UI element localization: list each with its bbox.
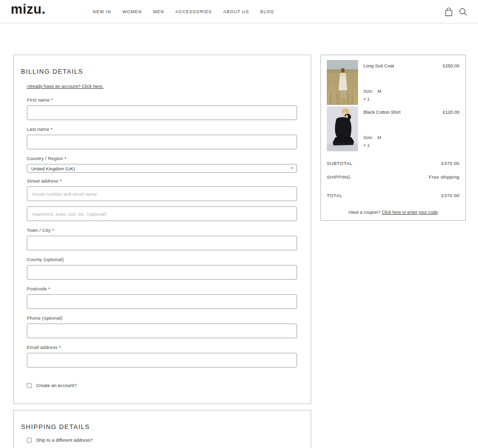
email-label: Email address * — [27, 345, 297, 350]
subtotal-value: £370.00 — [441, 161, 459, 166]
first-name-input[interactable] — [27, 105, 297, 120]
postcode-row: Postcode * — [27, 286, 297, 309]
phone-label: Phone (optional) — [27, 315, 297, 321]
postcode-input[interactable] — [27, 294, 297, 309]
product-image-long-suit-coat — [327, 60, 358, 105]
product-name: Long Suit Coat — [363, 63, 394, 68]
create-account-checkbox[interactable] — [27, 383, 32, 388]
phone-row: Phone (optional) — [27, 315, 297, 338]
ship-different-address-row[interactable]: Ship to a different address? — [27, 437, 297, 443]
town-city-label: Town / City * — [27, 227, 297, 233]
coupon-line: Have a coupon? Click here to enter your … — [327, 210, 459, 215]
county-input[interactable] — [27, 265, 297, 280]
shipping-row: SHIPPING Free shipping — [327, 174, 459, 180]
header-icons — [445, 0, 467, 23]
nav-item-accessories[interactable]: ACCESSORIES — [176, 9, 212, 14]
email-input[interactable] — [27, 353, 297, 367]
first-name-row: First name * — [27, 97, 297, 120]
order-summary-panel: Long Suit Coat £250.00 Size:M × 1 Black … — [320, 55, 466, 221]
chevron-down-icon: ▾ — [291, 166, 293, 170]
total-row: TOTAL £370.00 — [327, 193, 459, 198]
last-name-input[interactable] — [27, 135, 297, 149]
product-name: Black Cotton Shirt — [363, 109, 400, 115]
street-address2-row — [27, 206, 297, 221]
subtotal-row: SUBTOTAL £370.00 — [327, 161, 459, 166]
nav-item-blog[interactable]: BLOG — [260, 9, 275, 14]
total-label: TOTAL — [327, 193, 342, 198]
postcode-label: Postcode * — [27, 286, 297, 291]
country-label: Country / Region * — [27, 156, 297, 161]
ship-different-address-checkbox[interactable] — [27, 438, 32, 443]
nav-item-about-us[interactable]: ABOUT US — [223, 9, 249, 14]
product-size: Size:M — [363, 135, 459, 140]
product-size: Size:M — [363, 89, 459, 94]
shipping-title: SHIPPING DETAILS — [21, 423, 297, 430]
last-name-row: Last name * — [27, 126, 297, 149]
coupon-link[interactable]: Click here to enter your code — [382, 210, 438, 215]
billing-title: BILLING DETAILS — [21, 68, 297, 75]
total-value: £370.00 — [441, 193, 459, 198]
product-info: Black Cotton Shirt £120.00 Size:M × 1 — [363, 106, 459, 151]
street-address-input[interactable] — [27, 186, 297, 201]
coupon-prompt: Have a coupon? — [348, 210, 381, 215]
product-quantity: × 1 — [363, 143, 459, 148]
order-totals: SUBTOTAL £370.00 SHIPPING Free shipping … — [327, 161, 459, 198]
town-city-row: Town / City * — [27, 227, 297, 250]
product-info: Long Suit Coat £250.00 Size:M × 1 — [363, 60, 459, 105]
order-item: Long Suit Coat £250.00 Size:M × 1 — [327, 60, 459, 105]
order-item: Black Cotton Shirt £120.00 Size:M × 1 — [327, 106, 459, 151]
nav-item-new-in[interactable]: NEW IN — [93, 9, 111, 14]
login-toggle-link[interactable]: Already have an account? Click here. — [27, 83, 103, 89]
country-select[interactable]: United Kingdom (UK) ▾ — [27, 164, 297, 173]
search-icon[interactable] — [459, 8, 467, 16]
last-name-label: Last name * — [27, 126, 297, 132]
street-address2-input[interactable] — [27, 206, 297, 221]
shipping-label: SHIPPING — [327, 174, 351, 180]
product-price: £250.00 — [443, 63, 459, 68]
nav-item-women[interactable]: WOMEN — [122, 9, 142, 14]
street-address-row: Street address * — [27, 178, 297, 201]
shopping-bag-icon[interactable] — [445, 7, 453, 17]
site-header: mizu. NEW IN WOMEN MEN ACCESSORIES ABOUT… — [0, 0, 478, 23]
shipping-value: Free shipping — [429, 174, 459, 180]
email-row: Email address * — [27, 345, 297, 367]
create-account-row[interactable]: Create an account? — [27, 383, 297, 388]
create-account-label: Create an account? — [36, 383, 77, 388]
subtotal-label: SUBTOTAL — [327, 161, 352, 166]
first-name-label: First name * — [27, 97, 297, 102]
nav-item-men[interactable]: MEN — [153, 9, 164, 14]
main-nav: NEW IN WOMEN MEN ACCESSORIES ABOUT US BL… — [93, 0, 274, 23]
street-address-label: Street address * — [27, 178, 297, 183]
county-label: County (optional) — [27, 257, 297, 262]
country-row: Country / Region * United Kingdom (UK) ▾ — [27, 156, 297, 173]
billing-details-panel: BILLING DETAILS Already have an account?… — [13, 55, 311, 404]
town-city-input[interactable] — [27, 236, 297, 250]
county-row: County (optional) — [27, 257, 297, 280]
brand-logo[interactable]: mizu. — [11, 2, 46, 17]
product-image-black-cotton-shirt — [327, 106, 358, 151]
country-select-value: United Kingdom (UK) — [31, 166, 75, 171]
phone-input[interactable] — [27, 324, 297, 338]
product-price: £120.00 — [443, 109, 459, 115]
shipping-details-panel: SHIPPING DETAILS Ship to a different add… — [13, 410, 311, 448]
product-quantity: × 1 — [363, 97, 459, 102]
ship-different-address-label: Ship to a different address? — [36, 437, 93, 443]
